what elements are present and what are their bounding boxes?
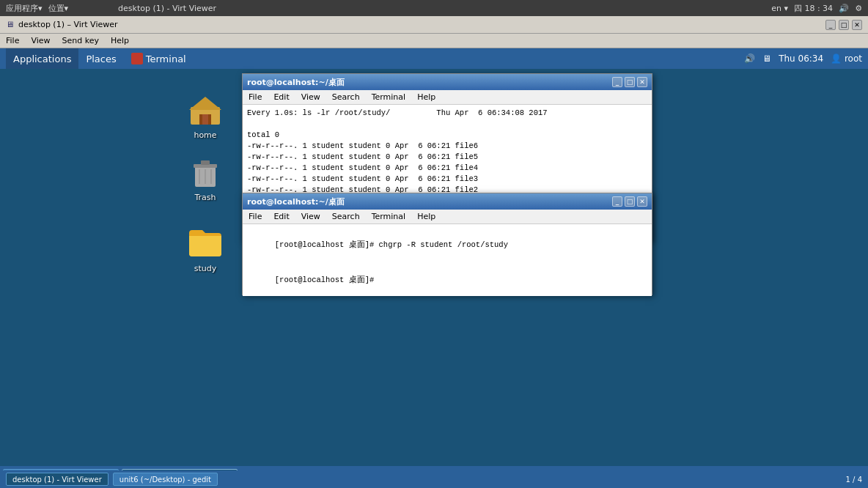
terminal-2-title: root@localhost:~/桌面 bbox=[247, 196, 345, 207]
t1-menu-view[interactable]: View bbox=[301, 92, 320, 102]
t1-menu-search[interactable]: Search bbox=[332, 92, 360, 102]
user-icon: 👤 bbox=[831, 53, 842, 64]
menu-file[interactable]: File bbox=[6, 36, 19, 45]
system-bar-left: 应用程序▾ 位置▾ desktop (1) - Virt Viewer bbox=[6, 3, 216, 14]
applications-menu[interactable]: Applications bbox=[6, 48, 78, 69]
virt-viewer-menubar: File View Send key Help bbox=[0, 34, 868, 48]
sys-volume-icon[interactable]: 🔊 bbox=[839, 4, 849, 13]
desktop-icon-study[interactable]: study bbox=[180, 226, 231, 273]
menu-help[interactable]: Help bbox=[111, 36, 129, 45]
host-pager: 1 / 4 bbox=[846, 476, 862, 484]
t1-menu-edit[interactable]: Edit bbox=[273, 92, 289, 102]
virt-viewer-icon: 🖥 bbox=[6, 20, 14, 29]
terminal-2-body: [root@localhost 桌面]# chgrp -R student /r… bbox=[243, 224, 652, 296]
virt-viewer-controls: _ □ ✕ bbox=[825, 20, 862, 30]
t2-minimize[interactable]: _ bbox=[612, 196, 622, 207]
study-label: study bbox=[180, 264, 231, 273]
desktop-icon-home[interactable]: home bbox=[180, 92, 231, 140]
system-bar: 应用程序▾ 位置▾ desktop (1) - Virt Viewer en ▾… bbox=[0, 0, 868, 16]
menu-sendkey[interactable]: Send key bbox=[62, 36, 99, 45]
network-icon: 🖥 bbox=[762, 53, 771, 64]
t2-menu-terminal[interactable]: Terminal bbox=[372, 212, 406, 221]
terminal-label: Terminal bbox=[146, 53, 186, 64]
host-task-1[interactable]: desktop (1) - Virt Viewer bbox=[6, 473, 108, 486]
t2-close[interactable]: ✕ bbox=[637, 196, 647, 207]
t1-menu-file[interactable]: File bbox=[249, 92, 262, 102]
t1-close[interactable]: ✕ bbox=[637, 77, 647, 87]
terminal-2-titlebar: root@localhost:~/桌面 _ □ ✕ bbox=[243, 193, 652, 210]
system-bar-right: en ▾ 四 18 : 34 🔊 ⚙ bbox=[771, 3, 862, 14]
virt-viewer-titlebar: 🖥 desktop (1) – Virt Viewer _ □ ✕ bbox=[0, 16, 868, 34]
panel-time: Thu 06:34 bbox=[779, 53, 823, 64]
gnome-panel-right: 🔊 🖥 Thu 06:34 👤 root bbox=[744, 53, 862, 64]
virt-viewer-title: desktop (1) – Virt Viewer bbox=[18, 20, 118, 29]
user-label: root bbox=[845, 53, 862, 64]
svg-marker-1 bbox=[189, 97, 221, 110]
panel-user[interactable]: 👤 root bbox=[831, 53, 862, 64]
t2-menu-edit[interactable]: Edit bbox=[273, 212, 289, 221]
sys-places-menu[interactable]: 位置▾ bbox=[48, 3, 69, 14]
t2-menu-help[interactable]: Help bbox=[417, 212, 435, 221]
sys-settings-icon[interactable]: ⚙ bbox=[855, 4, 862, 13]
terminal-window-2[interactable]: root@localhost:~/桌面 _ □ ✕ File Edit View… bbox=[242, 193, 652, 295]
host-taskbar: desktop (1) - Virt Viewer unit6 (~/Deskt… bbox=[0, 470, 868, 488]
terminal-icon bbox=[131, 53, 143, 64]
host-bottom-right: 1 / 4 bbox=[846, 476, 862, 484]
menu-view[interactable]: View bbox=[31, 36, 50, 45]
t2-line2: [root@localhost 桌面]# bbox=[275, 276, 379, 284]
t2-menu-search[interactable]: Search bbox=[332, 212, 360, 221]
t2-menu-file[interactable]: File bbox=[249, 212, 262, 221]
home-icon bbox=[188, 92, 223, 127]
t2-line1: [root@localhost 桌面]# chgrp -R student /r… bbox=[275, 240, 508, 249]
vm-area: Applications Places Terminal 🔊 🖥 Thu 06:… bbox=[0, 48, 868, 488]
terminal-2-menubar: File Edit View Search Terminal Help bbox=[243, 210, 652, 224]
home-label: home bbox=[180, 130, 231, 140]
close-button[interactable]: ✕ bbox=[852, 20, 862, 30]
t1-maximize[interactable]: □ bbox=[625, 77, 635, 87]
trash-label: Trash bbox=[180, 193, 231, 202]
places-label: Places bbox=[86, 53, 116, 64]
trash-icon bbox=[188, 155, 223, 190]
maximize-button[interactable]: □ bbox=[839, 20, 849, 30]
terminal-1-controls: _ □ ✕ bbox=[612, 77, 647, 87]
terminal-1-title: root@localhost:~/桌面 bbox=[247, 77, 345, 88]
study-folder-icon bbox=[188, 226, 223, 261]
terminal-1-titlebar: root@localhost:~/桌面 _ □ ✕ bbox=[243, 74, 652, 90]
svg-rect-3 bbox=[202, 114, 208, 125]
applications-label: Applications bbox=[13, 53, 71, 64]
host-task-1-label: desktop (1) - Virt Viewer bbox=[12, 476, 102, 484]
sys-virt-viewer-label: desktop (1) - Virt Viewer bbox=[118, 4, 216, 13]
t1-menu-terminal[interactable]: Terminal bbox=[372, 92, 406, 102]
volume-icon[interactable]: 🔊 bbox=[744, 53, 755, 64]
gnome-panel-left: Applications Places Terminal bbox=[6, 48, 194, 69]
t2-menu-view[interactable]: View bbox=[301, 212, 320, 221]
t1-menu-help[interactable]: Help bbox=[417, 92, 435, 102]
t1-minimize[interactable]: _ bbox=[612, 77, 622, 87]
desktop-icon-trash[interactable]: Trash bbox=[180, 155, 231, 202]
sys-app-menu[interactable]: 应用程序▾ bbox=[6, 3, 43, 14]
sys-time: 四 18 : 34 bbox=[794, 3, 833, 14]
terminal-2-controls: _ □ ✕ bbox=[612, 196, 647, 207]
t2-maximize[interactable]: □ bbox=[625, 196, 635, 207]
svg-rect-6 bbox=[201, 160, 210, 165]
gnome-panel: Applications Places Terminal 🔊 🖥 Thu 06:… bbox=[0, 48, 868, 69]
terminal-menu-btn[interactable]: Terminal bbox=[124, 48, 194, 69]
host-task-2[interactable]: unit6 (~/Desktop) - gedit bbox=[113, 473, 218, 486]
host-task-2-label: unit6 (~/Desktop) - gedit bbox=[119, 476, 211, 484]
terminal-1-menubar: File Edit View Search Terminal Help bbox=[243, 90, 652, 105]
places-menu[interactable]: Places bbox=[78, 48, 123, 69]
minimize-button[interactable]: _ bbox=[825, 20, 836, 30]
sys-lang: en ▾ bbox=[771, 4, 788, 13]
